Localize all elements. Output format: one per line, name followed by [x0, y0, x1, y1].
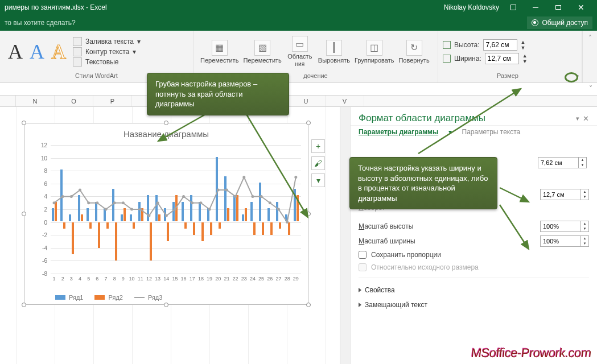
selection-pane-button[interactable]: ▭Областьния [284, 35, 316, 68]
svg-point-2 [70, 195, 73, 198]
height-input[interactable] [483, 39, 517, 51]
chart-legend[interactable]: Ряд1 Ряд2 Ряд3 [55, 294, 162, 301]
chart-elements-button[interactable]: + [311, 139, 325, 153]
chart-filters-button[interactable]: ▾ [311, 173, 325, 187]
chart-handle-nw[interactable] [22, 121, 26, 125]
ribbon: A A A Заливка текста▾ Контур текста▾ Тек… [0, 31, 597, 83]
svg-point-4 [87, 201, 90, 204]
chart-handle-ne[interactable] [306, 121, 311, 125]
chart-plot-area[interactable]: -8-6-4-202468101212345678910111213141516… [51, 145, 301, 272]
text-effects-button[interactable]: Текстовые [73, 57, 141, 67]
callout-rough-sizing: Грубая настройка размеров – потянуть за … [147, 73, 289, 115]
align-button[interactable]: ┃Выровнять [316, 39, 352, 65]
svg-point-1 [61, 195, 64, 198]
pane-options-icon[interactable]: ▾ [576, 115, 579, 122]
wordart-style-1[interactable]: A [8, 40, 23, 64]
chart-handle-e[interactable] [306, 212, 311, 216]
width-icon [443, 55, 451, 63]
section-alt-text[interactable]: Замещающий текст [359, 296, 589, 311]
svg-point-23 [251, 195, 254, 198]
legend-swatch-1 [55, 295, 65, 300]
pane-scale-h-input[interactable] [540, 221, 581, 232]
svg-point-16 [191, 201, 193, 204]
window-title: римеры по занятиям.xlsx - Excel [5, 3, 107, 11]
close-button[interactable]: ✕ [570, 0, 592, 15]
pane-title: Формат области диаграммы [359, 113, 485, 124]
chart-object[interactable]: Название диаграммы -8-6-4-20246810121234… [24, 123, 308, 305]
height-icon [443, 41, 451, 49]
svg-point-7 [113, 201, 116, 204]
svg-point-28 [294, 176, 297, 179]
svg-point-25 [269, 201, 271, 204]
text-effects-icon [73, 57, 82, 67]
format-chart-area-pane: Формат области диаграммы ▾ ✕ Параметры д… [350, 107, 597, 364]
selection-pane-icon: ▭ [292, 36, 308, 52]
ribbon-display-icon[interactable] [510, 5, 516, 10]
account-name[interactable]: Nikolay Koldovsky [444, 3, 499, 11]
tab-chart-options[interactable]: Параметры диаграммы [359, 128, 438, 136]
width-input[interactable] [485, 53, 519, 64]
svg-point-13 [165, 214, 168, 217]
group-button[interactable]: ◫Группировать [352, 39, 397, 65]
chart-title[interactable]: Название диаграммы [24, 123, 308, 141]
collapse-ribbon-button[interactable]: ˄ [582, 31, 597, 82]
pane-width-spin[interactable]: ▲▼ [581, 189, 589, 200]
svg-point-5 [96, 201, 98, 204]
rotate-button[interactable]: ↻Повернуть [396, 39, 431, 65]
height-spin[interactable]: ▲▼ [521, 39, 526, 51]
pane-scale-h-label: Масштаб высоты [359, 222, 438, 230]
col-N[interactable]: N [16, 96, 55, 106]
text-fill-button[interactable]: Заливка текста▾ [73, 37, 141, 46]
pane-width-input[interactable] [540, 189, 581, 200]
lock-aspect-checkbox[interactable] [359, 251, 367, 259]
callout-precise-sizing: Точная настройка указать ширину и высоту… [349, 157, 497, 209]
col-U[interactable]: U [287, 96, 326, 106]
worksheet-area[interactable]: Название диаграммы -8-6-4-20246810121234… [0, 107, 340, 364]
restore-button[interactable] [547, 0, 570, 15]
svg-point-9 [130, 208, 133, 211]
size-dialog-launcher[interactable]: ↘ [575, 72, 579, 78]
pane-close-button[interactable]: ✕ [583, 114, 589, 123]
share-button[interactable]: Общий доступ [527, 16, 592, 29]
pane-scale-h-spin[interactable]: ▲▼ [581, 221, 589, 232]
text-outline-button[interactable]: Контур текста▾ [73, 47, 141, 56]
col-O[interactable]: O [55, 96, 93, 106]
minimize-button[interactable] [524, 0, 547, 15]
svg-point-0 [53, 201, 56, 204]
text-outline-icon [73, 47, 82, 56]
tab-text-options[interactable]: Параметры текста [462, 128, 521, 136]
watermark: MSoffice-Prowork.com [471, 346, 592, 361]
pane-height-input[interactable] [538, 157, 579, 168]
vertical-scrollbar[interactable] [340, 107, 350, 364]
share-icon [532, 19, 538, 26]
send-backward-button[interactable]: ▧Переместить [241, 39, 283, 65]
svg-point-3 [79, 189, 81, 192]
chart-handle-w[interactable] [22, 212, 26, 216]
align-icon: ┃ [326, 40, 342, 56]
pane-scale-w-spin[interactable]: ▲▼ [581, 235, 589, 247]
wordart-style-3[interactable]: A [51, 40, 66, 64]
svg-point-8 [122, 201, 125, 204]
expand-formula-icon[interactable]: ˅ [589, 85, 592, 93]
chart-handle-n[interactable] [164, 121, 168, 125]
chart-handle-sw[interactable] [22, 303, 26, 307]
formula-bar[interactable]: ˅ [0, 83, 597, 96]
pane-scale-w-input[interactable] [540, 235, 581, 247]
width-spin[interactable]: ▲▼ [522, 53, 528, 64]
wordart-style-2[interactable]: A [30, 40, 44, 64]
group-icon: ◫ [367, 40, 382, 56]
col-V[interactable]: V [326, 96, 364, 106]
chart-styles-button[interactable]: 🖌 [311, 156, 325, 170]
chart-handle-se[interactable] [306, 303, 311, 307]
tell-me-prompt[interactable]: то вы хотите сделать? [5, 19, 76, 27]
svg-point-15 [182, 195, 185, 198]
svg-point-19 [217, 189, 220, 192]
group-label-size: Размер ↘ [438, 72, 582, 82]
section-properties[interactable]: Свойства [359, 282, 589, 296]
pane-height-spin[interactable]: ▲▼ [579, 157, 587, 168]
chart-handle-s[interactable] [164, 303, 168, 307]
col-P[interactable]: P [93, 96, 132, 106]
svg-point-6 [105, 208, 108, 211]
bring-forward-button[interactable]: ▦Переместить [198, 39, 241, 65]
svg-point-17 [199, 201, 202, 204]
